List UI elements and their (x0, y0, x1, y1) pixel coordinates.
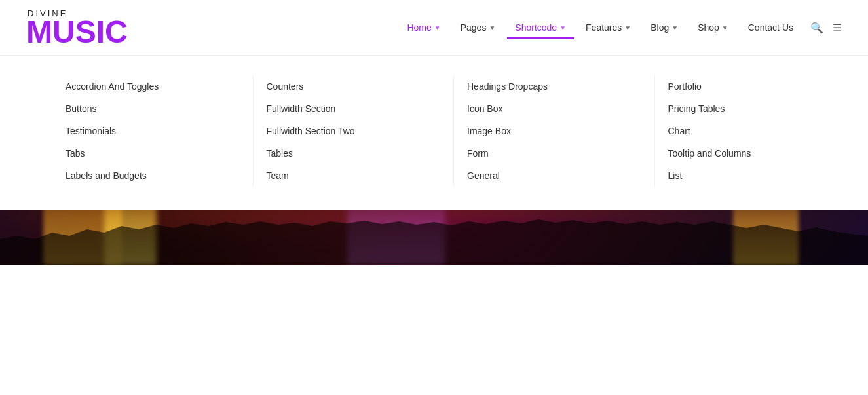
blog-caret-icon: ▼ (671, 24, 678, 31)
menu-icon[interactable]: ☰ (833, 22, 842, 34)
dropdown-item-accordion[interactable]: Accordion And Toggles (66, 75, 240, 98)
dropdown-item-labels[interactable]: Labels and Budgets (66, 164, 240, 187)
dropdown-col-4: Portfolio Pricing Tables Chart Tooltip a… (668, 75, 842, 187)
dropdown-item-tables[interactable]: Tables (267, 142, 441, 164)
dropdown-item-portfolio[interactable]: Portfolio (668, 75, 842, 98)
nav-shop[interactable]: Shop ▼ (690, 16, 736, 39)
nav-features-label: Features (586, 22, 622, 33)
dropdown-item-tabs[interactable]: Tabs (66, 142, 240, 164)
features-caret-icon: ▼ (624, 24, 631, 31)
dropdown-item-list[interactable]: List (668, 164, 842, 187)
nav-home-label: Home (407, 22, 431, 33)
dropdown-item-tooltip[interactable]: Tooltip and Columns (668, 142, 842, 164)
nav-blog[interactable]: Blog ▼ (643, 16, 686, 39)
nav-home[interactable]: Home ▼ (399, 16, 448, 39)
nav-pages-label: Pages (461, 22, 487, 33)
nav-features[interactable]: Features ▼ (578, 16, 639, 39)
dropdown-item-chart[interactable]: Chart (668, 120, 842, 142)
header: DIVINE MUSIC Home ▼ Pages ▼ Shortcode ▼ … (0, 0, 868, 56)
dropdown-item-fullwidth[interactable]: Fullwidth Section (267, 98, 441, 120)
shortcode-dropdown: Accordion And Toggles Buttons Testimonia… (0, 56, 868, 210)
nav-blog-label: Blog (651, 22, 669, 33)
nav-contact[interactable]: Contact Us (740, 16, 801, 39)
shop-caret-icon: ▼ (722, 24, 728, 31)
dropdown-col-3: Headings Dropcaps Icon Box Image Box For… (467, 75, 655, 187)
nav-shop-label: Shop (698, 22, 719, 33)
nav-shortcode[interactable]: Shortcode ▼ (507, 16, 574, 39)
dropdown-item-imagebox[interactable]: Image Box (467, 120, 641, 142)
nav-icons: 🔍 ☰ (810, 22, 842, 34)
nav-shortcode-label: Shortcode (515, 22, 557, 33)
nav-contact-label: Contact Us (748, 22, 793, 33)
home-caret-icon: ▼ (434, 24, 441, 31)
dropdown-item-testimonials[interactable]: Testimonials (66, 120, 240, 142)
dropdown-item-team[interactable]: Team (267, 164, 441, 187)
search-icon[interactable]: 🔍 (810, 22, 823, 34)
dropdown-item-fullwidth2[interactable]: Fullwidth Section Two (267, 120, 441, 142)
logo-music: MUSIC (26, 18, 128, 46)
dropdown-item-counters[interactable]: Counters (267, 75, 441, 98)
dropdown-item-headings[interactable]: Headings Dropcaps (467, 75, 641, 98)
dropdown-col-1: Accordion And Toggles Buttons Testimonia… (66, 75, 254, 187)
dropdown-item-buttons[interactable]: Buttons (66, 98, 240, 120)
pages-caret-icon: ▼ (489, 24, 495, 31)
main-nav: Home ▼ Pages ▼ Shortcode ▼ Features ▼ Bl… (399, 16, 842, 39)
nav-pages[interactable]: Pages ▼ (453, 16, 504, 39)
dropdown-col-2: Counters Fullwidth Section Fullwidth Sec… (267, 75, 455, 187)
dropdown-item-general[interactable]: General (467, 164, 641, 187)
shortcode-caret-icon: ▼ (559, 24, 566, 31)
dropdown-item-pricing[interactable]: Pricing Tables (668, 98, 842, 120)
dropdown-item-form[interactable]: Form (467, 142, 641, 164)
dropdown-item-iconbox[interactable]: Icon Box (467, 98, 641, 120)
logo[interactable]: DIVINE MUSIC (26, 9, 128, 46)
